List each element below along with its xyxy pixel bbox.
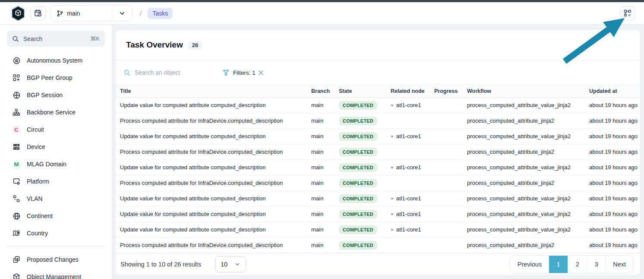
- topbar-right: [620, 6, 635, 21]
- cell-workflow: process_computed_attribute_value_jinja2: [463, 191, 585, 206]
- next-page-button[interactable]: Next: [606, 256, 633, 273]
- table-row[interactable]: Process computed attribute for InfraDevi…: [116, 144, 640, 160]
- cell-state: COMPLETED: [335, 206, 386, 222]
- sidebar-item-platform[interactable]: Platform: [7, 173, 105, 190]
- cell-updated-at: about 19 hours ago: [585, 175, 640, 191]
- sidebar-search[interactable]: Search ⌘K: [7, 31, 105, 47]
- topbar: main / Tasks: [0, 2, 644, 25]
- column-progress[interactable]: Progress: [430, 85, 463, 98]
- page-button-3[interactable]: 3: [587, 256, 606, 273]
- cell-related-node: [386, 238, 430, 253]
- column-title[interactable]: Title: [116, 85, 307, 98]
- sidebar-item-autonomous-system[interactable]: Autonomous System: [7, 52, 105, 69]
- cell-branch: main: [307, 238, 335, 253]
- object-search-input[interactable]: [135, 69, 199, 76]
- table-row[interactable]: Process computed attribute for InfraDevi…: [116, 113, 640, 129]
- related-node-link[interactable]: atl1-core1: [396, 133, 421, 140]
- schema-graph-button[interactable]: [620, 6, 635, 21]
- sidebar-search-shortcut: ⌘K: [90, 35, 100, 42]
- status-badge: COMPLETED: [339, 132, 377, 141]
- object-search[interactable]: [123, 69, 210, 76]
- cell-progress: [430, 206, 463, 222]
- calendar-clock-icon: [34, 9, 42, 17]
- table-header-row: Title Branch State Related node Progress…: [116, 85, 640, 98]
- window-top-strip: [0, 0, 644, 2]
- cell-title: Process computed attribute for InfraDevi…: [116, 113, 307, 129]
- breadcrumb-tasks[interactable]: Tasks: [148, 8, 173, 19]
- filters-label: Filters: 1: [233, 70, 256, 76]
- previous-page-button[interactable]: Previous: [511, 256, 549, 273]
- sidebar-item-proposed-changes[interactable]: Proposed Changes: [7, 251, 105, 268]
- column-branch[interactable]: Branch: [307, 85, 335, 98]
- sidebar-item-bgp-session[interactable]: BGP Session: [7, 86, 105, 104]
- table-row[interactable]: Process computed attribute for InfraDevi…: [116, 238, 640, 253]
- table-row[interactable]: Update value for computed attribute comp…: [116, 191, 640, 206]
- sidebar-search-placeholder: Search: [23, 35, 86, 42]
- breadcrumb-separator: /: [140, 10, 142, 17]
- branch-selector-caret[interactable]: [112, 6, 132, 21]
- sidebar-item-vlan[interactable]: VLAN: [7, 190, 105, 207]
- sidebar-item-circuit[interactable]: C Circuit: [7, 121, 105, 138]
- close-x-icon: [258, 70, 264, 76]
- card-header: Task Overview 26: [116, 30, 640, 60]
- sidebar-item-label: Country: [27, 230, 48, 237]
- sidebar-item-label: MLAG Domain: [27, 161, 66, 168]
- table-row[interactable]: Update value for computed attribute comp…: [116, 98, 640, 113]
- table-row[interactable]: Update value for computed attribute comp…: [116, 222, 640, 238]
- autonomous-system-icon: [12, 56, 21, 65]
- sidebar-item-device[interactable]: Device: [7, 138, 105, 155]
- git-branch-icon: [57, 10, 63, 17]
- task-overview-card: Task Overview 26 Filters: 1 Title: [115, 29, 641, 276]
- cell-state: COMPLETED: [335, 191, 386, 206]
- node-dot-icon: ●: [391, 102, 394, 108]
- cell-related-node: ●atl1-core1: [386, 206, 430, 222]
- infrahub-logo-icon[interactable]: [11, 6, 25, 21]
- cell-title: Update value for computed attribute comp…: [116, 160, 307, 175]
- cell-state: COMPLETED: [335, 98, 386, 113]
- column-updated-at[interactable]: Updated at: [585, 85, 640, 98]
- related-node-link[interactable]: atl1-core1: [396, 164, 421, 171]
- sidebar-item-backbone-service[interactable]: Backbone Service: [7, 104, 105, 121]
- topbar-left: main / Tasks: [11, 6, 620, 21]
- cell-progress: [430, 191, 463, 206]
- column-workflow[interactable]: Workflow: [463, 85, 585, 98]
- column-related-node[interactable]: Related node: [386, 85, 430, 98]
- related-node-link[interactable]: atl1-core1: [396, 211, 421, 217]
- page-button-1[interactable]: 1: [549, 256, 568, 273]
- cell-branch: main: [307, 206, 335, 222]
- related-node-link[interactable]: atl1-core1: [396, 226, 421, 233]
- page-title: Task Overview: [126, 40, 183, 50]
- table-row[interactable]: Process computed attribute for InfraDevi…: [116, 175, 640, 191]
- card-footer: Showing 1 to 10 of 26 results 10 Previou…: [116, 253, 640, 275]
- cell-updated-at: about 19 hours ago: [585, 113, 640, 129]
- cell-workflow: process_computed_attribute_value_jinja2: [463, 160, 585, 175]
- sidebar-item-mlag-domain[interactable]: M MLAG Domain: [7, 155, 105, 173]
- node-dot-icon: ●: [391, 227, 394, 232]
- status-badge: COMPLETED: [339, 163, 377, 172]
- related-node-link[interactable]: atl1-core1: [396, 102, 421, 108]
- cell-progress: [430, 98, 463, 113]
- column-state[interactable]: State: [335, 85, 386, 98]
- cell-branch: main: [307, 191, 335, 206]
- table-row[interactable]: Update value for computed attribute comp…: [116, 160, 640, 175]
- page-button-2[interactable]: 2: [568, 256, 587, 273]
- tasks-table: Title Branch State Related node Progress…: [116, 85, 640, 253]
- calendar-button[interactable]: [30, 6, 46, 21]
- sidebar-item-continent[interactable]: Continent: [7, 207, 105, 225]
- table-row[interactable]: Update value for computed attribute comp…: [116, 206, 640, 222]
- branch-selector[interactable]: main: [51, 6, 132, 21]
- sidebar-item-object-management[interactable]: Object Management: [7, 268, 105, 279]
- cell-progress: [430, 144, 463, 160]
- sidebar-item-bgp-peer-group[interactable]: BGP Peer Group: [7, 69, 105, 86]
- results-summary: Showing 1 to 10 of 26 results: [120, 261, 201, 268]
- clear-filters-button[interactable]: [258, 70, 264, 76]
- sidebar-item-country[interactable]: Country: [7, 225, 105, 242]
- related-node-link[interactable]: atl1-core1: [396, 195, 421, 202]
- table-row[interactable]: Update value for computed attribute comp…: [116, 129, 640, 144]
- cell-updated-at: about 19 hours ago: [585, 160, 640, 175]
- status-badge: COMPLETED: [339, 179, 377, 187]
- cell-workflow: process_computed_attribute_jinja2: [463, 144, 585, 160]
- page-size-select[interactable]: 10: [215, 256, 246, 273]
- filters-button[interactable]: Filters: 1: [223, 70, 256, 76]
- letter-m-badge-icon: M: [12, 160, 21, 168]
